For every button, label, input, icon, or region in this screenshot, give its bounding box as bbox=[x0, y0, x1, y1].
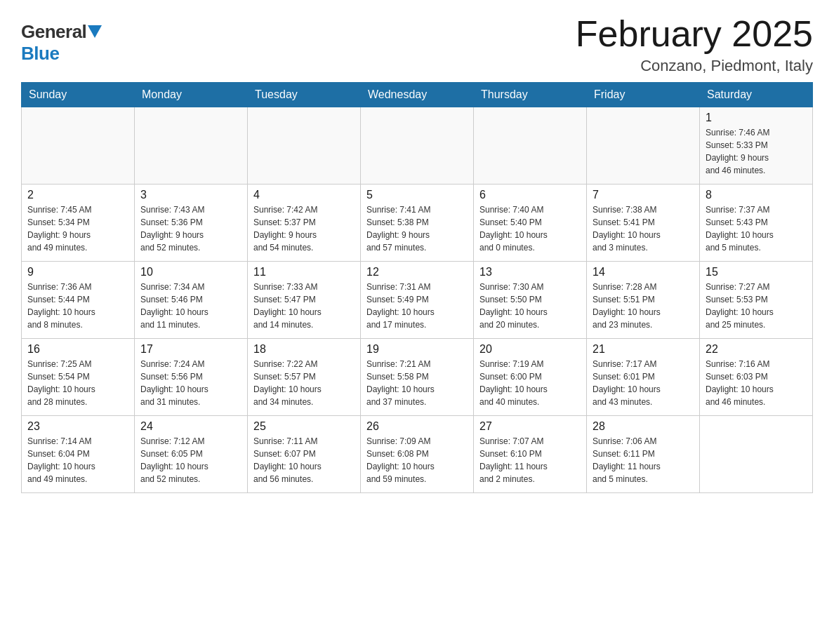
day-cell: 20Sunrise: 7:19 AM Sunset: 6:00 PM Dayli… bbox=[474, 339, 587, 416]
day-number: 13 bbox=[479, 266, 581, 279]
day-number: 1 bbox=[706, 112, 807, 124]
cell-content: 22Sunrise: 7:16 AM Sunset: 6:03 PM Dayli… bbox=[706, 343, 807, 408]
weekday-header-tuesday: Tuesday bbox=[248, 83, 361, 107]
day-info: Sunrise: 7:34 AM Sunset: 5:46 PM Dayligh… bbox=[140, 281, 241, 331]
day-cell: 10Sunrise: 7:34 AM Sunset: 5:46 PM Dayli… bbox=[135, 262, 248, 339]
week-row-1: 1Sunrise: 7:46 AM Sunset: 5:33 PM Daylig… bbox=[22, 107, 813, 185]
day-cell: 7Sunrise: 7:38 AM Sunset: 5:41 PM Daylig… bbox=[587, 185, 700, 262]
cell-content: 11Sunrise: 7:33 AM Sunset: 5:47 PM Dayli… bbox=[253, 266, 355, 331]
cell-content: 2Sunrise: 7:45 AM Sunset: 5:34 PM Daylig… bbox=[27, 189, 128, 254]
cell-content: 13Sunrise: 7:30 AM Sunset: 5:50 PM Dayli… bbox=[479, 266, 581, 331]
day-info: Sunrise: 7:07 AM Sunset: 6:10 PM Dayligh… bbox=[479, 435, 581, 485]
day-number: 8 bbox=[706, 189, 807, 201]
day-cell: 11Sunrise: 7:33 AM Sunset: 5:47 PM Dayli… bbox=[248, 262, 361, 339]
title-section: February 2025 Conzano, Piedmont, Italy bbox=[576, 14, 813, 75]
day-cell: 4Sunrise: 7:42 AM Sunset: 5:37 PM Daylig… bbox=[248, 185, 361, 262]
day-number: 17 bbox=[140, 343, 241, 356]
cell-content: 12Sunrise: 7:31 AM Sunset: 5:49 PM Dayli… bbox=[366, 266, 468, 331]
day-number: 23 bbox=[27, 420, 128, 433]
day-cell: 24Sunrise: 7:12 AM Sunset: 6:05 PM Dayli… bbox=[135, 416, 248, 493]
day-number: 11 bbox=[253, 266, 355, 279]
location-text: Conzano, Piedmont, Italy bbox=[576, 57, 813, 75]
day-cell: 12Sunrise: 7:31 AM Sunset: 5:49 PM Dayli… bbox=[361, 262, 474, 339]
day-cell: 22Sunrise: 7:16 AM Sunset: 6:03 PM Dayli… bbox=[700, 339, 813, 416]
cell-content: 8Sunrise: 7:37 AM Sunset: 5:43 PM Daylig… bbox=[706, 189, 807, 254]
day-number: 15 bbox=[706, 266, 807, 279]
cell-content: 9Sunrise: 7:36 AM Sunset: 5:44 PM Daylig… bbox=[27, 266, 128, 331]
day-number: 14 bbox=[593, 266, 694, 279]
day-info: Sunrise: 7:27 AM Sunset: 5:53 PM Dayligh… bbox=[706, 281, 807, 331]
day-number: 22 bbox=[706, 343, 807, 356]
day-info: Sunrise: 7:30 AM Sunset: 5:50 PM Dayligh… bbox=[479, 281, 581, 331]
day-info: Sunrise: 7:16 AM Sunset: 6:03 PM Dayligh… bbox=[706, 358, 807, 408]
day-number: 20 bbox=[479, 343, 581, 356]
cell-content: 1Sunrise: 7:46 AM Sunset: 5:33 PM Daylig… bbox=[706, 112, 807, 177]
day-info: Sunrise: 7:38 AM Sunset: 5:41 PM Dayligh… bbox=[593, 203, 694, 254]
day-cell: 28Sunrise: 7:06 AM Sunset: 6:11 PM Dayli… bbox=[587, 416, 700, 493]
day-cell: 15Sunrise: 7:27 AM Sunset: 5:53 PM Dayli… bbox=[700, 262, 813, 339]
cell-content: 21Sunrise: 7:17 AM Sunset: 6:01 PM Dayli… bbox=[593, 343, 694, 408]
day-cell bbox=[474, 107, 587, 185]
day-info: Sunrise: 7:11 AM Sunset: 6:07 PM Dayligh… bbox=[253, 435, 355, 485]
cell-content: 23Sunrise: 7:14 AM Sunset: 6:04 PM Dayli… bbox=[27, 420, 128, 485]
day-cell: 3Sunrise: 7:43 AM Sunset: 5:36 PM Daylig… bbox=[135, 185, 248, 262]
day-info: Sunrise: 7:17 AM Sunset: 6:01 PM Dayligh… bbox=[593, 358, 694, 408]
day-cell: 26Sunrise: 7:09 AM Sunset: 6:08 PM Dayli… bbox=[361, 416, 474, 493]
day-info: Sunrise: 7:40 AM Sunset: 5:40 PM Dayligh… bbox=[479, 203, 581, 254]
week-row-2: 2Sunrise: 7:45 AM Sunset: 5:34 PM Daylig… bbox=[22, 185, 813, 262]
day-number: 24 bbox=[140, 420, 241, 433]
weekday-header-row: SundayMondayTuesdayWednesdayThursdayFrid… bbox=[22, 83, 813, 107]
day-info: Sunrise: 7:46 AM Sunset: 5:33 PM Dayligh… bbox=[706, 126, 807, 177]
day-cell bbox=[361, 107, 474, 185]
day-number: 16 bbox=[27, 343, 128, 356]
day-cell: 17Sunrise: 7:24 AM Sunset: 5:56 PM Dayli… bbox=[135, 339, 248, 416]
cell-content: 28Sunrise: 7:06 AM Sunset: 6:11 PM Dayli… bbox=[593, 420, 694, 485]
day-cell: 14Sunrise: 7:28 AM Sunset: 5:51 PM Dayli… bbox=[587, 262, 700, 339]
day-cell bbox=[587, 107, 700, 185]
day-cell: 5Sunrise: 7:41 AM Sunset: 5:38 PM Daylig… bbox=[361, 185, 474, 262]
day-info: Sunrise: 7:43 AM Sunset: 5:36 PM Dayligh… bbox=[140, 203, 241, 254]
cell-content: 20Sunrise: 7:19 AM Sunset: 6:00 PM Dayli… bbox=[479, 343, 581, 408]
day-number: 7 bbox=[593, 189, 694, 201]
day-cell: 19Sunrise: 7:21 AM Sunset: 5:58 PM Dayli… bbox=[361, 339, 474, 416]
cell-content: 10Sunrise: 7:34 AM Sunset: 5:46 PM Dayli… bbox=[140, 266, 241, 331]
day-cell: 8Sunrise: 7:37 AM Sunset: 5:43 PM Daylig… bbox=[700, 185, 813, 262]
day-info: Sunrise: 7:45 AM Sunset: 5:34 PM Dayligh… bbox=[27, 203, 128, 254]
cell-content: 17Sunrise: 7:24 AM Sunset: 5:56 PM Dayli… bbox=[140, 343, 241, 408]
day-info: Sunrise: 7:28 AM Sunset: 5:51 PM Dayligh… bbox=[593, 281, 694, 331]
day-info: Sunrise: 7:25 AM Sunset: 5:54 PM Dayligh… bbox=[27, 358, 128, 408]
day-cell: 21Sunrise: 7:17 AM Sunset: 6:01 PM Dayli… bbox=[587, 339, 700, 416]
calendar-table: SundayMondayTuesdayWednesdayThursdayFrid… bbox=[21, 82, 813, 493]
day-info: Sunrise: 7:42 AM Sunset: 5:37 PM Dayligh… bbox=[253, 203, 355, 254]
day-cell: 27Sunrise: 7:07 AM Sunset: 6:10 PM Dayli… bbox=[474, 416, 587, 493]
day-cell bbox=[248, 107, 361, 185]
day-cell: 2Sunrise: 7:45 AM Sunset: 5:34 PM Daylig… bbox=[22, 185, 135, 262]
day-number: 21 bbox=[593, 343, 694, 356]
day-cell: 23Sunrise: 7:14 AM Sunset: 6:04 PM Dayli… bbox=[22, 416, 135, 493]
day-number: 26 bbox=[366, 420, 468, 433]
cell-content: 18Sunrise: 7:22 AM Sunset: 5:57 PM Dayli… bbox=[253, 343, 355, 408]
day-info: Sunrise: 7:14 AM Sunset: 6:04 PM Dayligh… bbox=[27, 435, 128, 485]
cell-content: 4Sunrise: 7:42 AM Sunset: 5:37 PM Daylig… bbox=[253, 189, 355, 254]
day-info: Sunrise: 7:19 AM Sunset: 6:00 PM Dayligh… bbox=[479, 358, 581, 408]
day-info: Sunrise: 7:09 AM Sunset: 6:08 PM Dayligh… bbox=[366, 435, 468, 485]
weekday-header-friday: Friday bbox=[587, 83, 700, 107]
day-cell bbox=[135, 107, 248, 185]
day-number: 12 bbox=[366, 266, 468, 279]
day-info: Sunrise: 7:06 AM Sunset: 6:11 PM Dayligh… bbox=[593, 435, 694, 485]
logo-blue-text: Blue bbox=[21, 43, 59, 65]
day-info: Sunrise: 7:24 AM Sunset: 5:56 PM Dayligh… bbox=[140, 358, 241, 408]
logo-general-text: General bbox=[21, 21, 86, 43]
day-number: 6 bbox=[479, 189, 581, 201]
day-number: 27 bbox=[479, 420, 581, 433]
weekday-header-wednesday: Wednesday bbox=[361, 83, 474, 107]
weekday-header-thursday: Thursday bbox=[474, 83, 587, 107]
day-number: 18 bbox=[253, 343, 355, 356]
week-row-3: 9Sunrise: 7:36 AM Sunset: 5:44 PM Daylig… bbox=[22, 262, 813, 339]
cell-content: 24Sunrise: 7:12 AM Sunset: 6:05 PM Dayli… bbox=[140, 420, 241, 485]
cell-content: 5Sunrise: 7:41 AM Sunset: 5:38 PM Daylig… bbox=[366, 189, 468, 254]
day-info: Sunrise: 7:37 AM Sunset: 5:43 PM Dayligh… bbox=[706, 203, 807, 254]
day-info: Sunrise: 7:36 AM Sunset: 5:44 PM Dayligh… bbox=[27, 281, 128, 331]
cell-content: 16Sunrise: 7:25 AM Sunset: 5:54 PM Dayli… bbox=[27, 343, 128, 408]
weekday-header-saturday: Saturday bbox=[700, 83, 813, 107]
